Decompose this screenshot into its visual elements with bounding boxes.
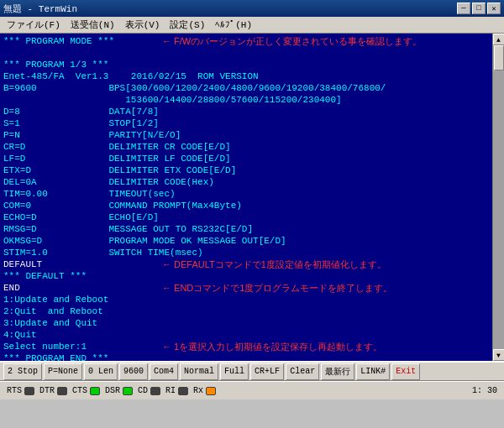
led-group-dtr: DTR [39,386,67,395]
status-btn-2-Stop[interactable]: 2 Stop [3,363,42,380]
status-btn-Clear[interactable]: Clear [286,363,319,380]
status-btn-Normal[interactable]: Normal [180,363,218,380]
cursor-position: 1: 30 [472,386,497,395]
led-group-cts: CTS [72,386,100,395]
menu-send-recv[interactable]: 送受信(N) [66,17,120,33]
led-bar: RTSDTRCTSDSRCDRIRx1: 30 [0,381,504,399]
led-label-dsr: DSR [105,386,120,395]
status-btn-P=None[interactable]: P=None [44,363,82,380]
title-bar-buttons: ─ □ ✕ [457,3,501,14]
led-indicator-ri [178,387,188,395]
led-group-rx: Rx [193,386,216,395]
scroll-track[interactable] [493,45,504,349]
vertical-scrollbar[interactable]: ▲ ▼ [492,34,504,361]
title-bar: 無題 - TermWin ─ □ ✕ [0,0,504,17]
minimize-button[interactable]: ─ [457,3,470,14]
led-label-dtr: DTR [39,386,55,395]
menu-view[interactable]: 表示(V) [120,17,165,33]
status-btn-0-Len[interactable]: 0 Len [84,363,118,380]
status-btn-LINK#[interactable]: LINK# [356,363,390,380]
scroll-thumb[interactable] [494,45,504,70]
led-label-ri: RI [165,386,176,395]
led-label-cd: CD [138,386,148,395]
status-btn-CR+LF[interactable]: CR+LF [250,363,284,380]
led-label-rts: RTS [7,386,22,395]
close-button[interactable]: ✕ [487,3,501,14]
led-indicator-rts [24,387,34,395]
led-group-rts: RTS [7,386,34,395]
status-btn-最新行[interactable]: 最新行 [321,363,354,380]
led-label-cts: CTS [72,386,87,395]
menu-help[interactable]: ﾍﾙﾌﾟ(H) [210,18,257,32]
status-btn-Full[interactable]: Full [220,363,249,380]
window: 無題 - TermWin ─ □ ✕ ファイル(F) 送受信(N) 表示(V) … [0,0,504,399]
led-indicator-cd [150,387,160,395]
status-btn-Exit[interactable]: Exit [391,363,420,380]
maximize-button[interactable]: □ [472,3,486,14]
led-group-ri: RI [165,386,188,395]
status-btn-Com4[interactable]: Com4 [150,363,178,380]
led-group-cd: CD [138,386,160,395]
led-group-dsr: DSR [105,386,133,395]
led-indicator-cts [90,387,100,395]
status-btn-9600[interactable]: 9600 [119,363,148,380]
status-bar: 2 StopP=None0 Len9600Com4NormalFullCR+LF… [0,361,504,381]
led-indicator-dsr [123,387,133,395]
scroll-up-button[interactable]: ▲ [493,34,505,45]
led-indicator-rx [206,387,216,395]
menu-settings[interactable]: 設定(S) [165,17,210,33]
window-title: 無題 - TermWin [3,3,77,15]
terminal-wrapper: *** PROGRAM MODE ***← F/Wのバージョンが正しく変更されて… [0,34,504,361]
menu-bar: ファイル(F) 送受信(N) 表示(V) 設定(S) ﾍﾙﾌﾟ(H) [0,17,504,34]
led-indicator-dtr [57,387,67,395]
led-label-rx: Rx [193,386,203,395]
menu-file[interactable]: ファイル(F) [2,17,66,33]
scroll-down-button[interactable]: ▼ [493,349,505,361]
terminal[interactable]: *** PROGRAM MODE ***← F/Wのバージョンが正しく変更されて… [0,34,492,361]
